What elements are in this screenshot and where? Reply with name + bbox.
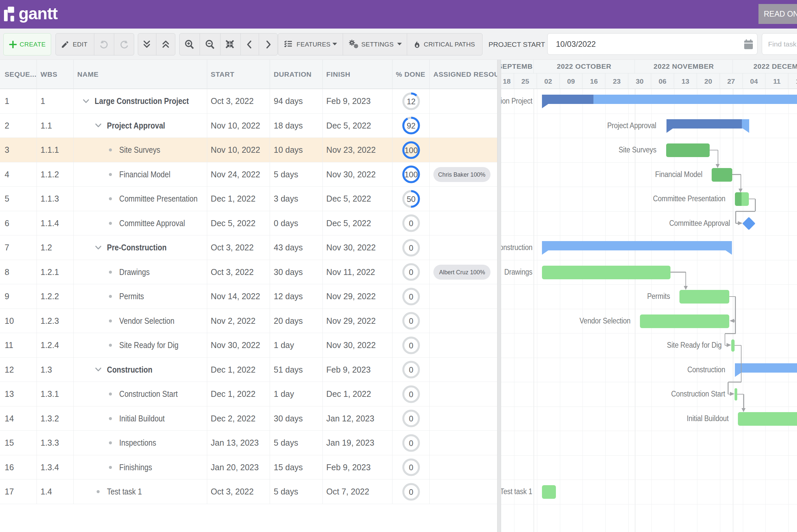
svg-text:0: 0 (409, 243, 413, 252)
svg-text:0: 0 (409, 438, 413, 447)
svg-text:0: 0 (409, 463, 413, 472)
svg-text:0: 0 (409, 414, 413, 423)
svg-text:0: 0 (409, 292, 413, 301)
svg-text:0: 0 (409, 268, 413, 277)
svg-text:0: 0 (409, 341, 413, 350)
svg-text:50: 50 (407, 194, 416, 203)
svg-text:0: 0 (409, 317, 413, 325)
svg-text:0: 0 (409, 219, 413, 228)
svg-text:100: 100 (404, 170, 418, 179)
svg-text:12: 12 (407, 97, 416, 106)
svg-text:0: 0 (409, 390, 413, 399)
svg-text:92: 92 (407, 121, 416, 130)
svg-text:0: 0 (409, 365, 413, 374)
svg-text:100: 100 (404, 146, 418, 154)
svg-text:0: 0 (409, 487, 413, 496)
